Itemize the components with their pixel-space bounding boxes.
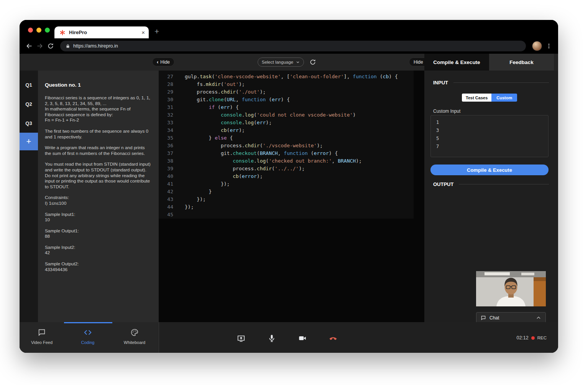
code-line[interactable]: 31 if (err) { bbox=[159, 104, 414, 111]
profile-avatar[interactable] bbox=[532, 41, 542, 51]
window-minimize-button[interactable] bbox=[36, 28, 41, 33]
microphone-icon[interactable] bbox=[268, 334, 276, 342]
code-line[interactable]: 27gulp.task('clone-vscode-website', ['cl… bbox=[159, 73, 414, 81]
browser-window: HirePro × + https://ams.hirepro.in ‹ Hid… bbox=[20, 20, 558, 353]
divider bbox=[453, 82, 549, 83]
session-timer: 02:12 bbox=[516, 335, 528, 341]
custom-input-textarea[interactable]: 1 3 5 7 bbox=[430, 115, 549, 157]
code-line[interactable]: 42 } bbox=[159, 188, 414, 196]
question-body: Fibonacci series is a sequence of intege… bbox=[45, 95, 151, 272]
line-number: 40 bbox=[159, 173, 173, 180]
compile-execute-button[interactable]: Compile & Execute bbox=[430, 165, 549, 175]
tab-feedback[interactable]: Feedback bbox=[489, 54, 554, 71]
tab-video-feed[interactable]: Video Feed bbox=[21, 328, 63, 345]
line-number: 38 bbox=[159, 157, 173, 165]
code-text: cb(error); bbox=[173, 173, 263, 180]
browser-toolbar: https://ams.hirepro.in bbox=[20, 38, 558, 54]
lock-icon bbox=[66, 44, 70, 48]
question-panel: Question no. 1 Fibonacci series is a seq… bbox=[38, 71, 159, 322]
code-line[interactable]: 39 process.chdir('../../'); bbox=[159, 165, 414, 173]
window-close-button[interactable] bbox=[28, 28, 33, 33]
input-label: INPUT bbox=[433, 80, 448, 86]
code-text: console.log('checked out branch:', BRANC… bbox=[173, 157, 362, 165]
tab-compile-execute[interactable]: Compile & Execute bbox=[424, 54, 489, 71]
code-line[interactable]: 36 process.chdir('./vscode-website'); bbox=[159, 142, 414, 150]
code-line[interactable]: 28 fs.mkdir('out'); bbox=[159, 81, 414, 88]
line-number: 27 bbox=[159, 73, 173, 81]
add-question-tab[interactable]: + bbox=[20, 133, 38, 150]
webcam-preview bbox=[476, 271, 546, 306]
code-line[interactable]: 40 cb(error); bbox=[159, 173, 414, 180]
custom-toggle[interactable]: Custom bbox=[491, 94, 517, 102]
code-text: process.chdir('./vscode-website'); bbox=[173, 142, 323, 150]
code-line[interactable]: 30 git.clone(URL, function (err) { bbox=[159, 96, 414, 104]
divider bbox=[459, 184, 549, 184]
code-line[interactable]: 29 process.chdir('./out'); bbox=[159, 88, 414, 96]
code-text: git.clone(URL, function (err) { bbox=[173, 96, 290, 104]
back-icon[interactable] bbox=[26, 43, 33, 49]
code-area[interactable]: 27gulp.task('clone-vscode-website', ['cl… bbox=[159, 71, 414, 219]
session-status: 02:12 REC bbox=[516, 335, 547, 341]
reload-icon[interactable] bbox=[47, 43, 54, 49]
url-text: https://ams.hirepro.in bbox=[73, 43, 118, 49]
chevron-left-icon: ‹ bbox=[157, 59, 158, 65]
code-line[interactable]: 38 console.log('checked out branch:', BR… bbox=[159, 157, 414, 165]
code-line[interactable]: 33 console.log(err); bbox=[159, 119, 414, 127]
question-paragraph: Sample Input2: 42 bbox=[45, 245, 151, 256]
palette-icon bbox=[130, 328, 139, 337]
code-editor[interactable]: 27gulp.task('clone-vscode-website', ['cl… bbox=[159, 71, 424, 322]
address-bar[interactable]: https://ams.hirepro.in bbox=[60, 41, 526, 51]
question-tab-q2[interactable]: Q2 bbox=[20, 94, 38, 114]
code-line[interactable]: 37 git.checkout(BRANCH, function (error)… bbox=[159, 150, 414, 157]
line-number: 41 bbox=[159, 180, 173, 188]
line-number: 30 bbox=[159, 96, 173, 104]
screen-share-icon[interactable] bbox=[237, 334, 245, 342]
code-line[interactable]: 45 bbox=[159, 211, 414, 219]
code-line[interactable]: 32 console.log('could not clone vscode-w… bbox=[159, 111, 414, 119]
code-line[interactable]: 41 }); bbox=[159, 180, 414, 188]
code-line[interactable]: 34 cb(err); bbox=[159, 127, 414, 134]
line-number: 42 bbox=[159, 188, 173, 196]
line-number: 36 bbox=[159, 142, 173, 150]
line-number: 32 bbox=[159, 111, 173, 119]
code-line[interactable]: 35 } else { bbox=[159, 134, 414, 142]
code-line[interactable]: 43 }); bbox=[159, 196, 414, 203]
code-text: console.log(err); bbox=[173, 119, 272, 127]
bottom-bar: Video FeedCodingWhiteboard 02:12 REC bbox=[20, 322, 558, 353]
code-text: }); bbox=[173, 203, 194, 211]
main-area: Q1Q2Q3+ Question no. 1 Fibonacci series … bbox=[20, 71, 558, 322]
code-text: git.checkout(BRANCH, function (error) { bbox=[173, 150, 338, 157]
hide-question-panel-button[interactable]: ‹ Hide bbox=[152, 58, 174, 66]
new-tab-button[interactable]: + bbox=[154, 27, 159, 36]
editor-toolbar: ‹ Hide Select language Hide › Compile & … bbox=[20, 54, 558, 71]
output-label: OUTPUT bbox=[433, 181, 453, 187]
line-number: 34 bbox=[159, 127, 173, 134]
line-number: 35 bbox=[159, 134, 173, 142]
camera-icon[interactable] bbox=[298, 334, 307, 342]
code-text bbox=[173, 211, 185, 219]
code-line[interactable]: 44}); bbox=[159, 203, 414, 211]
question-tab-q1[interactable]: Q1 bbox=[20, 75, 38, 94]
hang-up-icon[interactable] bbox=[329, 334, 337, 342]
window-zoom-button[interactable] bbox=[45, 28, 50, 33]
language-select[interactable]: Select language bbox=[258, 58, 304, 67]
browser-tab-strip: HirePro × + bbox=[20, 20, 558, 38]
hirepro-favicon-icon bbox=[59, 30, 66, 36]
browser-menu-icon[interactable] bbox=[546, 43, 552, 49]
forward-icon[interactable] bbox=[36, 43, 43, 49]
refresh-code-icon[interactable] bbox=[309, 59, 316, 66]
line-number: 44 bbox=[159, 203, 173, 211]
chat-label: Chat bbox=[489, 315, 499, 321]
question-paragraph: You must read the input from STDIN (stan… bbox=[45, 161, 151, 189]
line-number: 28 bbox=[159, 81, 173, 88]
active-tab-indicator bbox=[64, 322, 112, 323]
question-tab-q3[interactable]: Q3 bbox=[20, 114, 38, 133]
tab-close-icon[interactable]: × bbox=[141, 30, 145, 35]
tab-coding[interactable]: Coding bbox=[67, 328, 109, 345]
code-text: }); bbox=[173, 196, 206, 203]
browser-tab[interactable]: HirePro × bbox=[54, 26, 149, 38]
tab-whiteboard[interactable]: Whiteboard bbox=[113, 328, 156, 345]
chat-bubble-icon bbox=[38, 328, 46, 337]
test-cases-toggle[interactable]: Test Cases bbox=[462, 94, 491, 102]
chevron-up-icon bbox=[536, 315, 541, 321]
